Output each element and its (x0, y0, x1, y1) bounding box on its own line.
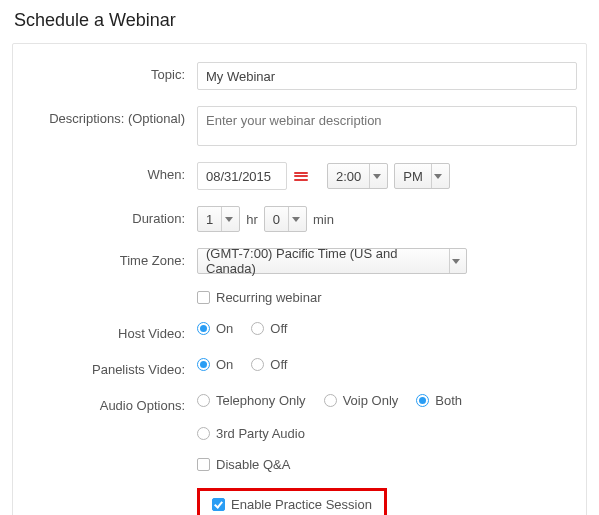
audio-voip-radio[interactable]: Voip Only (324, 393, 399, 408)
radio-icon (197, 322, 210, 335)
when-time-select[interactable]: 2:00 (327, 163, 388, 189)
off-label: Off (270, 357, 287, 372)
topic-input[interactable] (197, 62, 577, 90)
when-time-value: 2:00 (336, 169, 361, 184)
checkbox-icon (197, 458, 210, 471)
page-title: Schedule a Webinar (14, 10, 587, 31)
recurring-label: Recurring webinar (216, 290, 322, 305)
timezone-label: Time Zone: (27, 248, 197, 268)
when-ampm-select[interactable]: PM (394, 163, 450, 189)
radio-icon (197, 427, 210, 440)
host-video-label: Host Video: (27, 321, 197, 341)
recurring-checkbox[interactable]: Recurring webinar (197, 290, 322, 305)
when-label: When: (27, 162, 197, 182)
duration-label: Duration: (27, 206, 197, 226)
minutes-unit: min (313, 212, 334, 227)
when-date-input[interactable] (197, 162, 287, 190)
disable-qa-checkbox[interactable]: Disable Q&A (197, 457, 290, 472)
checkbox-icon (212, 498, 225, 511)
off-label: Off (270, 321, 287, 336)
duration-minutes-value: 0 (273, 212, 280, 227)
calendar-icon[interactable] (293, 168, 309, 184)
host-video-on-radio[interactable]: On (197, 321, 233, 336)
radio-icon (251, 322, 264, 335)
duration-minutes-select[interactable]: 0 (264, 206, 307, 232)
on-label: On (216, 321, 233, 336)
radio-icon (197, 394, 210, 407)
audio-thirdparty-radio[interactable]: 3rd Party Audio (197, 426, 305, 441)
radio-icon (197, 358, 210, 371)
radio-icon (251, 358, 264, 371)
audio-options-label: Audio Options: (27, 393, 197, 413)
audio-both-radio[interactable]: Both (416, 393, 462, 408)
duration-hours-select[interactable]: 1 (197, 206, 240, 232)
panelists-video-on-radio[interactable]: On (197, 357, 233, 372)
enable-practice-label: Enable Practice Session (231, 497, 372, 512)
radio-icon (416, 394, 429, 407)
hours-unit: hr (246, 212, 258, 227)
voip-label: Voip Only (343, 393, 399, 408)
chevron-down-icon (449, 249, 462, 273)
telephony-label: Telephony Only (216, 393, 306, 408)
form-panel: Topic: Descriptions: (Optional) When: 2:… (12, 43, 587, 515)
descriptions-input[interactable] (197, 106, 577, 146)
both-label: Both (435, 393, 462, 408)
chevron-down-icon (221, 207, 235, 231)
practice-highlight: Enable Practice Session (197, 488, 387, 515)
timezone-value: (GMT-7:00) Pacific Time (US and Canada) (206, 246, 441, 276)
topic-label: Topic: (27, 62, 197, 82)
host-video-off-radio[interactable]: Off (251, 321, 287, 336)
chevron-down-icon (431, 164, 445, 188)
panelists-video-label: Panelists Video: (27, 357, 197, 377)
thirdparty-label: 3rd Party Audio (216, 426, 305, 441)
disable-qa-label: Disable Q&A (216, 457, 290, 472)
chevron-down-icon (369, 164, 383, 188)
descriptions-label: Descriptions: (Optional) (27, 106, 197, 126)
audio-telephony-radio[interactable]: Telephony Only (197, 393, 306, 408)
panelists-video-off-radio[interactable]: Off (251, 357, 287, 372)
radio-icon (324, 394, 337, 407)
when-ampm-value: PM (403, 169, 423, 184)
timezone-select[interactable]: (GMT-7:00) Pacific Time (US and Canada) (197, 248, 467, 274)
checkbox-icon (197, 291, 210, 304)
chevron-down-icon (288, 207, 302, 231)
on-label: On (216, 357, 233, 372)
enable-practice-checkbox[interactable]: Enable Practice Session (212, 497, 372, 512)
duration-hours-value: 1 (206, 212, 213, 227)
